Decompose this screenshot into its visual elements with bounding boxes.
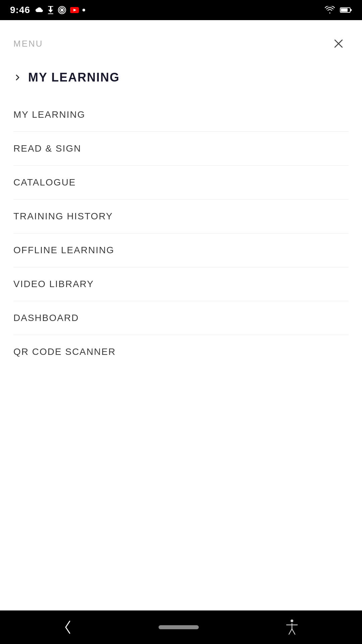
menu-item-video-library[interactable]: VIDEO LIBRARY <box>0 267 362 301</box>
menu-item-training-history[interactable]: TRAINING HISTORY <box>0 200 362 233</box>
bottom-nav <box>0 610 362 644</box>
youtube-icon <box>70 7 79 13</box>
accessibility-icon <box>285 619 299 636</box>
download-icon <box>47 5 54 15</box>
menu-item-dashboard[interactable]: DASHBOARD <box>0 301 362 335</box>
main-content: MENU MY LEARNING MY LEARNING READ & SIGN… <box>0 20 362 610</box>
status-bar-left: 9:46 <box>10 5 85 15</box>
svg-rect-12 <box>351 9 352 11</box>
menu-label: MENU <box>13 39 43 49</box>
status-bar: 9:46 <box>0 0 362 20</box>
svg-rect-11 <box>341 8 348 12</box>
svg-rect-3 <box>48 13 53 14</box>
cloud-icon <box>34 6 44 14</box>
status-icons <box>34 5 85 15</box>
menu-item-qr-code-scanner[interactable]: QR CODE SCANNER <box>0 335 362 369</box>
menu-item-my-learning[interactable]: MY LEARNING <box>0 98 362 131</box>
status-time: 9:46 <box>10 5 30 15</box>
header: MENU <box>0 20 362 60</box>
menu-item-offline-learning[interactable]: OFFLINE LEARNING <box>0 233 362 267</box>
close-icon <box>333 38 345 50</box>
section-title-text: MY LEARNING <box>28 70 120 85</box>
home-pill[interactable] <box>159 625 199 629</box>
svg-point-6 <box>61 9 63 11</box>
status-bar-right <box>324 6 352 14</box>
svg-line-19 <box>292 629 295 634</box>
svg-line-18 <box>289 629 292 634</box>
close-button[interactable] <box>328 34 349 54</box>
chevron-right-icon <box>13 73 21 82</box>
menu-list: MY LEARNING READ & SIGN CATALOGUE TRAINI… <box>0 95 362 372</box>
section-title[interactable]: MY LEARNING <box>0 60 362 95</box>
svg-point-15 <box>291 620 293 622</box>
svg-rect-0 <box>48 6 53 7</box>
dot-icon <box>82 9 85 11</box>
radio-icon <box>58 6 66 14</box>
menu-item-read-sign[interactable]: READ & SIGN <box>0 132 362 165</box>
svg-point-9 <box>82 9 85 11</box>
svg-marker-2 <box>48 10 53 13</box>
battery-icon <box>340 7 352 13</box>
menu-item-catalogue[interactable]: CATALOGUE <box>0 166 362 199</box>
back-arrow-icon <box>63 620 72 635</box>
back-button[interactable] <box>63 620 72 635</box>
accessibility-button[interactable] <box>285 619 299 636</box>
wifi-icon <box>324 6 335 14</box>
